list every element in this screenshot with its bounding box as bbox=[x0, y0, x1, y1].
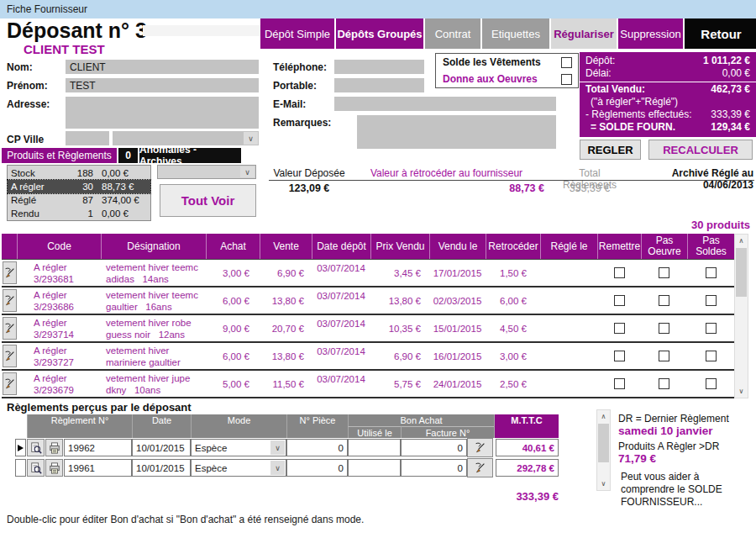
remettre-checkbox[interactable] bbox=[614, 267, 625, 278]
product-row[interactable]: A régler3/293686vetement hiver teemcgaul… bbox=[2, 287, 734, 315]
regler-button[interactable]: REGLER bbox=[580, 140, 641, 160]
adresse-field[interactable] bbox=[66, 97, 259, 129]
tab-0[interactable]: 0 bbox=[118, 148, 138, 163]
products-scrollbar[interactable]: ∧ ∨ bbox=[734, 234, 748, 398]
pas-oeuvre-checkbox[interactable] bbox=[659, 323, 669, 334]
print-payment-button[interactable] bbox=[45, 439, 63, 456]
payment-utilise-field[interactable] bbox=[348, 459, 401, 477]
top-nav: Dépôt SimpleDépôts GroupésContratEtiquet… bbox=[260, 18, 756, 49]
preview-payment-button[interactable] bbox=[27, 459, 45, 477]
email-field[interactable] bbox=[334, 97, 556, 111]
product-row[interactable]: A régler3/293727vetement hivermariniere … bbox=[2, 343, 734, 371]
stock-row-a-r-gler[interactable]: A régler3088,73 € bbox=[8, 180, 150, 193]
edit-product-button[interactable] bbox=[3, 317, 17, 340]
payment-utilise-field[interactable] bbox=[348, 439, 401, 456]
nav-button-suppression[interactable]: Suppression bbox=[618, 18, 683, 49]
stock-row-rendu[interactable]: Rendu10,00 € bbox=[8, 207, 150, 220]
product-row[interactable]: A régler3/293681vetement hiver teemcadid… bbox=[2, 260, 734, 287]
chevron-down-icon[interactable]: ∨ bbox=[240, 166, 255, 177]
remarques-field[interactable] bbox=[357, 115, 556, 149]
product-cell-prix-vendu: 5,75 € bbox=[370, 371, 429, 397]
remettre-checkbox[interactable] bbox=[614, 351, 625, 361]
chevron-down-icon[interactable]: ∨ bbox=[270, 440, 285, 455]
filter-combobox[interactable]: ∨ bbox=[157, 165, 256, 179]
page-title: Déposant n° 3 bbox=[7, 18, 147, 43]
payment-numero-field[interactable]: 19961 bbox=[64, 459, 132, 477]
portable-field[interactable] bbox=[334, 78, 424, 92]
cp-field[interactable] bbox=[66, 131, 109, 145]
tab-produits-et-r-glements[interactable]: Produits et Règlements bbox=[2, 148, 117, 163]
pas-oeuvre-checkbox[interactable] bbox=[659, 378, 669, 389]
edit-product-button[interactable] bbox=[3, 345, 17, 367]
product-col-achat: Achat bbox=[206, 234, 260, 259]
nav-button-etiquettes[interactable]: Etiquettes bbox=[482, 18, 549, 49]
preview-payment-button[interactable] bbox=[27, 439, 45, 456]
payment-mode-combobox[interactable]: Espèce∨ bbox=[191, 439, 286, 456]
header-empty-field[interactable] bbox=[143, 25, 277, 36]
window-titlebar[interactable]: Fiche Fournisseur bbox=[0, 0, 756, 18]
pas-soldes-checkbox[interactable] bbox=[706, 323, 717, 334]
pas-oeuvre-checkbox[interactable] bbox=[659, 351, 669, 361]
remettre-checkbox[interactable] bbox=[614, 295, 625, 306]
telephone-field[interactable] bbox=[334, 60, 424, 74]
recalculer-button[interactable]: RECALCULER bbox=[648, 140, 753, 160]
payment-facture-field[interactable]: 0 bbox=[401, 459, 467, 477]
tout-voir-button[interactable]: Tout Voir bbox=[160, 184, 256, 217]
solde-vetements-checkbox[interactable] bbox=[561, 57, 572, 68]
pas-oeuvre-checkbox[interactable] bbox=[659, 267, 669, 278]
product-cell-vendu-le: 17/01/2015 bbox=[429, 260, 486, 286]
payment-row[interactable]: 1996210/01/2015Espèce∨0040,61 € bbox=[15, 439, 561, 456]
product-cell-prix-vendu: 3,45 € bbox=[370, 260, 429, 286]
scroll-up-icon[interactable]: ∧ bbox=[735, 235, 748, 247]
pas-soldes-checkbox[interactable] bbox=[706, 267, 717, 278]
edit-bon-achat-button[interactable] bbox=[467, 458, 493, 477]
tab-anomalies-archives[interactable]: Anomalies - Archives bbox=[139, 148, 241, 163]
pas-oeuvre-checkbox[interactable] bbox=[659, 295, 669, 306]
row-selector[interactable] bbox=[15, 459, 26, 477]
payment-piece-field[interactable]: 0 bbox=[286, 439, 348, 456]
scrollbar-thumb[interactable] bbox=[598, 424, 609, 462]
info-scrollbar[interactable]: ∧ ∨ bbox=[596, 409, 611, 491]
product-row[interactable]: A régler3/293679vetement hiver jupedkny … bbox=[2, 371, 734, 398]
payment-numero-field[interactable]: 19962 bbox=[64, 439, 132, 456]
remettre-checkbox[interactable] bbox=[614, 323, 625, 334]
donne-oeuvres-checkbox[interactable] bbox=[561, 74, 572, 85]
product-cell-designation: vetement hiver teemcadidas 14ans bbox=[101, 260, 206, 286]
delai-label: Délai: bbox=[585, 67, 612, 80]
pas-soldes-checkbox[interactable] bbox=[706, 295, 717, 306]
scroll-up-icon[interactable]: ∧ bbox=[597, 410, 610, 423]
nav-button-contrat[interactable]: Contrat bbox=[425, 18, 480, 49]
scroll-down-icon[interactable]: ∨ bbox=[735, 385, 748, 398]
remettre-checkbox[interactable] bbox=[614, 378, 625, 389]
payment-facture-field[interactable]: 0 bbox=[401, 439, 467, 456]
payment-date-field[interactable]: 10/01/2015 bbox=[132, 439, 191, 456]
product-row[interactable]: A régler3/293714vetement hiver robeguess… bbox=[2, 315, 734, 343]
nav-button-d-p-ts-group-s[interactable]: Dépôts Groupés bbox=[336, 18, 423, 49]
product-col-remettre: Remettre bbox=[597, 234, 641, 259]
scrollbar-thumb[interactable] bbox=[736, 248, 747, 297]
nav-button-retour[interactable]: Retour bbox=[685, 18, 756, 49]
scroll-down-icon[interactable]: ∨ bbox=[597, 477, 610, 490]
print-payment-button[interactable] bbox=[45, 459, 63, 477]
prenom-field[interactable]: TEST bbox=[66, 78, 259, 92]
row-selector[interactable] bbox=[15, 439, 26, 456]
edit-product-button[interactable] bbox=[3, 289, 17, 312]
payment-piece-field[interactable]: 0 bbox=[286, 459, 348, 477]
pas-soldes-checkbox[interactable] bbox=[706, 351, 717, 361]
pas-soldes-checkbox[interactable] bbox=[706, 378, 717, 389]
edit-product-button[interactable] bbox=[3, 261, 17, 284]
payment-date-field[interactable]: 10/01/2015 bbox=[132, 459, 191, 477]
stock-row-stock[interactable]: Stock1880,00 € bbox=[8, 166, 150, 180]
nom-field[interactable]: CLIENT bbox=[66, 60, 259, 74]
nav-button-r-gulariser[interactable]: Régulariser bbox=[551, 18, 617, 49]
payment-mode-combobox[interactable]: Espèce∨ bbox=[191, 459, 286, 477]
chevron-down-icon[interactable]: ∨ bbox=[270, 461, 285, 475]
chevron-down-icon[interactable]: ∨ bbox=[244, 132, 258, 145]
payment-row[interactable]: 1996110/01/2015Espèce∨00292,78 € bbox=[15, 459, 561, 477]
stock-count: 1 bbox=[68, 208, 93, 219]
nav-button-d-p-t-simple[interactable]: Dépôt Simple bbox=[260, 18, 334, 49]
edit-product-button[interactable] bbox=[3, 372, 17, 395]
edit-bon-achat-button[interactable] bbox=[467, 438, 493, 457]
stock-label: Stock bbox=[11, 168, 68, 178]
stock-row-r-gl[interactable]: Réglé87374,00 € bbox=[8, 193, 150, 207]
